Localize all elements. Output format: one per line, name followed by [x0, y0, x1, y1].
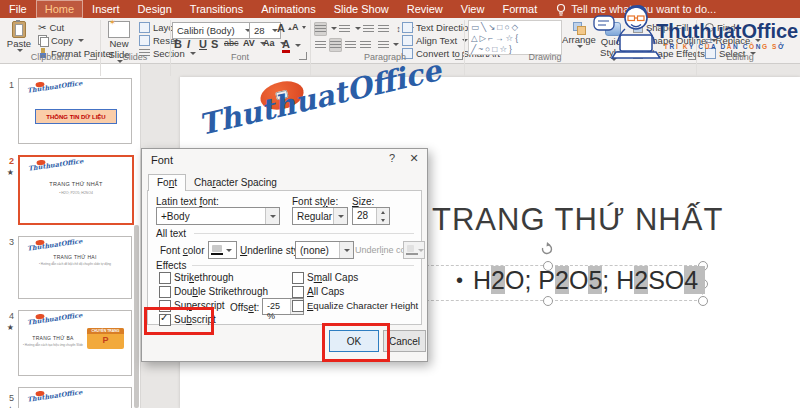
curve-shape-icon[interactable]: ╱ — [471, 44, 476, 54]
copy-icon — [38, 35, 48, 46]
tab-view[interactable]: View — [452, 0, 494, 18]
shapes-gallery[interactable]: ▭╲↘□○◇△▷⌐→☆{╱~○□☆} — [468, 20, 562, 55]
thumbnail-slide-3[interactable]: ThuthuatOffice TRANG THỨ HAI • Hướng dẫn… — [18, 236, 132, 299]
underline-button[interactable]: U — [199, 38, 207, 50]
tab-review[interactable]: Review — [398, 0, 452, 18]
oval-shape-icon[interactable]: ○ — [504, 22, 509, 32]
equalize-height-checkbox[interactable] — [292, 300, 304, 312]
scribble-shape-icon[interactable]: ~ — [478, 44, 483, 54]
italic-button[interactable]: I — [187, 38, 190, 50]
double-strikethrough-checkbox[interactable] — [159, 286, 171, 298]
underline-color-picker — [403, 241, 425, 259]
circle-shape-icon[interactable]: ○ — [485, 44, 490, 54]
decrease-indent-button[interactable] — [362, 22, 375, 36]
latin-font-select[interactable]: +Body — [156, 207, 280, 225]
slide-title[interactable]: TRANG THỨ NHẤT — [432, 202, 723, 238]
align-left-button[interactable] — [314, 38, 327, 52]
clipboard-dialog-launcher[interactable] — [89, 52, 97, 60]
thumbnail-slide-4[interactable]: ThuthuatOffice TRANG THỨ BA • Hướng dẫn … — [18, 310, 132, 376]
thumbnail-slide-5[interactable]: ThuthuatOffice — [18, 387, 132, 408]
increase-indent-button[interactable] — [377, 22, 390, 36]
font-name-select[interactable]: Calibri (Body) — [172, 22, 254, 39]
animation-star-icon: ★ — [2, 168, 14, 177]
handle-bottom-right[interactable] — [698, 296, 708, 306]
text-box-shape-icon[interactable]: ▭ — [471, 22, 479, 32]
line-shape-icon[interactable]: ╲ — [481, 22, 486, 32]
scissors-icon: ✂ — [38, 22, 46, 33]
paste-icon — [12, 21, 26, 38]
font-style-select[interactable]: Regular — [292, 207, 348, 225]
rotation-handle[interactable] — [540, 242, 554, 256]
all-caps-checkbox[interactable] — [292, 286, 304, 298]
corner-shape-icon[interactable]: ⌐ — [488, 33, 493, 43]
small-caps-checkbox[interactable] — [292, 272, 304, 284]
selected-text: 2 — [634, 266, 648, 294]
tab-design[interactable]: Design — [129, 0, 181, 18]
replace-button[interactable]: ⇄Replace — [705, 35, 761, 46]
right-triangle-shape-icon[interactable]: ▷ — [480, 33, 487, 43]
animation-star-icon: ★ — [2, 323, 14, 332]
shrink-font-button[interactable]: A — [292, 22, 306, 32]
text-shadow-button[interactable]: S — [211, 38, 218, 50]
tab-format[interactable]: Format — [493, 0, 546, 18]
strikethrough-button[interactable]: abc — [224, 38, 239, 48]
triangle-shape-icon[interactable]: △ — [471, 33, 478, 43]
font-color-label: Font color — [160, 245, 205, 256]
size-up-button[interactable] — [377, 208, 389, 216]
shape-effects-icon — [633, 49, 643, 59]
quick-styles-button[interactable]: Quick Styles — [597, 22, 629, 61]
tab-file[interactable]: File — [0, 0, 36, 18]
star-outline-shape-icon[interactable]: ☆ — [499, 44, 507, 54]
bold-button[interactable]: B — [174, 38, 182, 50]
tab-animations[interactable]: Animations — [252, 0, 324, 18]
tab-insert[interactable]: Insert — [83, 0, 129, 18]
align-right-button[interactable] — [344, 38, 357, 52]
align-center-button[interactable] — [329, 38, 342, 52]
drawing-dialog-launcher[interactable] — [688, 52, 696, 60]
tab-slide-show[interactable]: Slide Show — [325, 0, 398, 18]
formula-line[interactable]: •H2O; P2O5; H2SO4 — [456, 266, 705, 295]
rectangle-shape-icon[interactable]: □ — [497, 22, 502, 32]
underline-style-select[interactable]: (none) — [295, 241, 354, 259]
paste-button[interactable]: Paste — [4, 21, 34, 52]
dialog-tab-font[interactable]: Font — [148, 174, 186, 191]
size-down-button[interactable] — [377, 216, 389, 224]
thumbnail-slide-2[interactable]: ThuthuatOffice TRANG THỨ NHẤT • H2O; P2O… — [18, 155, 134, 225]
columns-button[interactable] — [377, 38, 390, 52]
diamond-shape-icon[interactable]: ◇ — [512, 22, 519, 32]
find-button[interactable]: Find — [705, 22, 735, 33]
shape-fill-button[interactable]: Shape Fill — [633, 22, 699, 33]
square-shape-icon[interactable]: □ — [492, 44, 497, 54]
justify-button[interactable] — [359, 38, 372, 52]
dialog-close-button[interactable]: ✕ — [405, 152, 423, 165]
font-dialog: Font ? ✕ FontCharacter Spacing Latin tex… — [141, 148, 428, 362]
shape-effects-button[interactable]: Shape Effects — [633, 48, 716, 59]
thumbnail-scrollbar[interactable] — [134, 225, 139, 408]
font-dialog-launcher[interactable] — [299, 52, 307, 60]
star-shape-icon[interactable]: ☆ — [506, 33, 514, 43]
strikethrough-checkbox[interactable] — [159, 272, 171, 284]
bullets-button[interactable] — [314, 22, 327, 36]
arrow-down-right-shape-icon[interactable]: ↘ — [488, 22, 495, 32]
arrange-button[interactable]: Arrange — [564, 22, 594, 48]
tell-me-box[interactable]: Tell me what you want to do... — [556, 0, 716, 18]
grow-font-button[interactable]: A — [277, 22, 292, 34]
dialog-tab-character-spacing[interactable]: Character Spacing — [186, 175, 285, 191]
cut-button[interactable]: ✂Cut — [38, 22, 64, 33]
tab-home[interactable]: Home — [36, 0, 83, 18]
copy-button[interactable]: Copy — [38, 35, 84, 46]
shape-outline-icon — [633, 36, 643, 46]
handle-bottom-center[interactable] — [543, 296, 553, 306]
brace-left-shape-icon[interactable]: { — [515, 33, 518, 43]
font-color-button[interactable]: A — [282, 38, 301, 53]
right-arrow-shape-icon[interactable]: → — [495, 33, 504, 43]
dialog-help-button[interactable]: ? — [383, 152, 401, 164]
font-color-picker[interactable] — [208, 241, 237, 259]
align-text-button[interactable]: Align Text — [402, 35, 468, 46]
thumbnail-slide-1[interactable]: ThuthuatOffice THÔNG TIN DỮ LIỆU — [18, 78, 132, 144]
paragraph-group-label: Paragraph — [340, 52, 430, 62]
tab-transitions[interactable]: Transitions — [181, 0, 252, 18]
size-spinner[interactable]: 28 — [352, 207, 390, 225]
paragraph-dialog-launcher[interactable] — [455, 52, 463, 60]
numbering-button[interactable] — [338, 22, 351, 36]
